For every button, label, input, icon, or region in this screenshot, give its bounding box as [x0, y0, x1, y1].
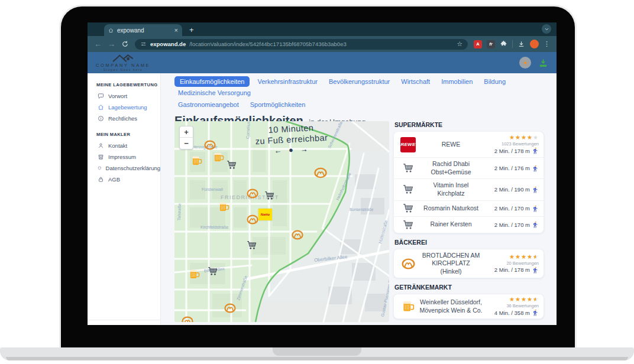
- walking-icon: [532, 221, 539, 228]
- tab-search-button[interactable]: [542, 24, 551, 34]
- tab-gastronomieangebot[interactable]: Gastronomieangebot: [174, 99, 242, 110]
- tab-bildung[interactable]: Bildung: [480, 76, 509, 87]
- cart-marker[interactable]: [247, 240, 257, 250]
- beer-mug-icon: [402, 300, 415, 313]
- rewe-logo: REWE: [400, 137, 416, 152]
- pretzel-icon: [402, 258, 415, 269]
- cart-marker[interactable]: [227, 160, 237, 170]
- close-tab-icon[interactable]: ×: [174, 27, 178, 34]
- back-button[interactable]: ←: [94, 40, 102, 48]
- company-name: COMPANY NAME: [96, 63, 150, 68]
- shield-icon: [98, 165, 102, 171]
- tab-einkaufsmoeglichkeiten[interactable]: Einkaufsmöglichkeiten: [174, 76, 250, 87]
- shopping-cart-icon: [403, 184, 414, 194]
- pretzel-marker[interactable]: [204, 140, 216, 150]
- tab-medizinische-versorgung[interactable]: Medizinische Versorgung: [174, 87, 254, 98]
- sidebar-item-impressum[interactable]: Impressum: [88, 151, 160, 162]
- tab-wirtschaft[interactable]: Wirtschaft: [397, 76, 434, 87]
- cart-marker[interactable]: [264, 191, 275, 200]
- new-tab-button[interactable]: +: [189, 25, 194, 34]
- address-bar[interactable]: expowand.de /locationValuation/index/542…: [135, 39, 468, 50]
- listing-row[interactable]: Weinkeller Düsseldorf, Mövenpick Wein & …: [394, 294, 544, 318]
- map-zoom-control: + −: [179, 126, 193, 150]
- company-slogan: Slogan Goes here: [103, 69, 143, 72]
- downloads-icon[interactable]: [517, 40, 525, 48]
- roofline-logo-icon: [112, 54, 134, 63]
- listing-row[interactable]: Rachid Dhabi Obst+Gemüse 2 Min. / 176 m: [394, 158, 544, 179]
- pretzel-marker[interactable]: [292, 230, 303, 240]
- browser-menu-icon[interactable]: ⋮: [544, 40, 550, 48]
- zoom-out-button[interactable]: −: [180, 138, 193, 149]
- browser-tab[interactable]: expowand ×: [104, 24, 182, 36]
- pretzel-marker[interactable]: [314, 167, 327, 178]
- tab-verkehrsinfrastruktur[interactable]: Verkehrsinfrastruktur: [254, 76, 321, 87]
- distance: 2 Min. / 170 m: [494, 205, 530, 212]
- person-icon: [98, 142, 104, 149]
- reload-button[interactable]: [121, 40, 129, 48]
- listing-row[interactable]: Rosmarin Naturkost 2 Min. / 170 m: [394, 201, 544, 217]
- map-annotation: 10 Minuten zu Fuß erreichbar ← ● →: [244, 121, 340, 158]
- pretzel-marker[interactable]: [247, 214, 258, 225]
- distance: 4 Min. / 358 m: [494, 310, 530, 316]
- beer-marker[interactable]: [189, 269, 200, 280]
- beer-marker[interactable]: [218, 202, 229, 212]
- adobe-extension-icon[interactable]: A: [474, 40, 482, 48]
- beer-marker[interactable]: [213, 152, 224, 162]
- app-header: COMPANY NAME Slogan Goes here: [88, 52, 557, 73]
- pretzel-marker[interactable]: [247, 188, 258, 199]
- sidebar-item-lagebewertung[interactable]: Lagebewertung: [88, 102, 160, 113]
- profile-avatar[interactable]: [530, 40, 539, 48]
- listing-row[interactable]: BROTLÄDCHEN AM KIRCHPLATZ (Hinkel) ★★★★★…: [394, 249, 544, 278]
- main-content: Einkaufsmöglichkeiten Verkehrsinfrastruk…: [161, 73, 557, 325]
- zoom-in-button[interactable]: +: [180, 126, 193, 138]
- sidebar-item-datenschutz[interactable]: Datenschutzerklärung: [88, 162, 160, 174]
- section-title-supermaerkte: SUPERMÄRKTE: [394, 121, 544, 128]
- fr-extension-icon[interactable]: fr: [487, 40, 495, 48]
- extensions-row: A fr ⋮: [474, 40, 550, 48]
- browser-tabstrip: expowand × +: [88, 22, 557, 36]
- bookmark-star-icon[interactable]: ☆: [457, 40, 462, 48]
- distance: 2 Min. / 190 m: [494, 186, 530, 193]
- sidebar-item-kontakt[interactable]: Kontakt: [88, 140, 160, 151]
- site-settings-icon[interactable]: [140, 41, 147, 47]
- extensions-puzzle-icon[interactable]: [500, 40, 507, 48]
- walking-icon: [532, 186, 539, 193]
- theme-toggle-button[interactable]: [519, 57, 531, 69]
- company-logo: COMPANY NAME Slogan Goes here: [96, 54, 150, 72]
- netto-store-marker[interactable]: Netto: [258, 209, 272, 220]
- beer-marker[interactable]: [191, 155, 202, 166]
- distance: 2 Min. / 170 m: [494, 222, 530, 228]
- browser-toolbar: ← → expowand.de /locationValuation/index…: [88, 36, 557, 52]
- minimize-menu-button[interactable]: Menü minimieren: [88, 320, 160, 325]
- tab-immobilien[interactable]: Immobilien: [438, 76, 476, 87]
- street-label: Talstraße: [177, 203, 182, 220]
- sidebar-item-rechtliches[interactable]: Rechtliches: [88, 113, 160, 124]
- sidebar-item-agb[interactable]: AGB: [88, 174, 160, 185]
- pretzel-marker[interactable]: [182, 316, 193, 322]
- sidebar-section-title: MEIN MAKLER: [96, 132, 160, 137]
- cart-marker[interactable]: [208, 266, 218, 276]
- url-path: /locationValuation/index/542f44bc17135bf…: [189, 41, 453, 47]
- review-count: 20 Bewertungen: [506, 261, 539, 266]
- forward-button[interactable]: →: [108, 40, 115, 48]
- walking-icon: [532, 309, 539, 316]
- supermarkets-card: REWE REWE ★★★★★★★★★★ 1023 Bewertungen 2 …: [393, 131, 544, 233]
- laptop-notch: [273, 347, 361, 356]
- sidebar-item-vorwort[interactable]: Vorwort: [88, 90, 160, 102]
- toolbar-divider: [512, 40, 513, 48]
- home-icon: [98, 104, 104, 110]
- url-domain: expowand.de: [150, 41, 186, 47]
- map[interactable]: FRIEDRICHSTADT Herzogstraße Corneliusstr…: [174, 121, 389, 322]
- listing-row[interactable]: Rainer Kersten 2 Min. / 170 m: [394, 217, 544, 233]
- sidebar: MEINE LAGEBEWERTUNG Vorwort Lagebewertun…: [88, 73, 161, 325]
- street-label: Fürstenwall: [202, 187, 223, 191]
- walking-icon: [532, 205, 539, 212]
- shopping-cart-icon: [403, 220, 414, 230]
- listing-row[interactable]: REWE REWE ★★★★★★★★★★ 1023 Bewertungen 2 …: [394, 132, 544, 158]
- tab-bevoelkerungsstruktur[interactable]: Bevölkerungsstruktur: [325, 76, 393, 87]
- listing-row[interactable]: Vitamin Insel Kirchplatz 2 Min. / 190 m: [394, 179, 544, 200]
- tab-sportmoeglichkeiten[interactable]: Sportmöglichkeiten: [247, 99, 309, 110]
- download-report-button[interactable]: [538, 58, 548, 68]
- distance: 2 Min. / 178 m: [494, 266, 530, 273]
- pretzel-marker[interactable]: [224, 303, 236, 313]
